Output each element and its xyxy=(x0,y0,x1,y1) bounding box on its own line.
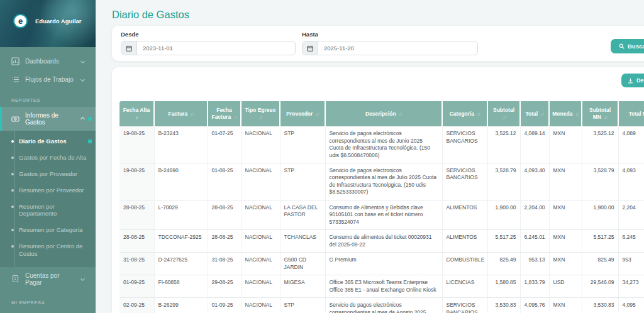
submenu-item-label: Resumen por Centro de Costos xyxy=(19,243,87,258)
column-label: Total xyxy=(525,111,538,117)
sort-icon: ↓↑ xyxy=(316,112,319,116)
cell-categoria: COMBUSTIBLE xyxy=(442,253,487,275)
page-title: Diario de Gastos xyxy=(112,9,189,21)
sidebar-header: e Eduardo Aguilar xyxy=(0,0,96,47)
cell-subtotal: 3,528.79 xyxy=(487,163,520,200)
cell-fecha_factura: 01-07-25 xyxy=(208,126,241,163)
sort-icon: ↓↑ xyxy=(503,115,506,119)
cell-factura: B-26299 xyxy=(154,298,208,313)
submenu-item-5[interactable]: Resumen por Categoría xyxy=(0,222,96,238)
column-header-factura[interactable]: Factura ↓↑ xyxy=(154,101,208,126)
cell-total_mn: 6,245 xyxy=(618,230,644,253)
submenu-item-4[interactable]: Resumen por Departamento xyxy=(0,199,96,222)
desde-date-input[interactable] xyxy=(137,41,295,55)
sidebar-item-informes-de-gastos[interactable]: Informes de Gastos xyxy=(0,107,96,131)
table-row: 28-08-25TDCCONAF-292528-08-25NACIONALTCH… xyxy=(119,230,644,253)
cell-categoria: ALIMENTOS xyxy=(442,230,487,253)
calendar-icon[interactable] xyxy=(121,41,137,55)
cell-tipo_egreso: NACIONAL xyxy=(241,298,280,313)
sort-icon: ↓↑ xyxy=(399,112,402,116)
submenu-item-3[interactable]: Resumen por Proveedor xyxy=(0,182,96,199)
calendar-icon[interactable] xyxy=(303,41,318,55)
sort-icon: ↓↑ xyxy=(604,115,607,119)
cell-moneda: MXN xyxy=(549,200,582,229)
cell-moneda: MXN xyxy=(549,126,582,163)
table-row: 19-08-25B-2469001-08-25NACIONALSTPServic… xyxy=(119,163,644,200)
buscar-button[interactable]: Buscar xyxy=(611,39,644,53)
cell-total_mn: 34,273 xyxy=(618,275,644,298)
column-header-subtotal_mn[interactable]: Subtotal MN ↓↑ xyxy=(582,101,618,126)
cell-tipo_egreso: NACIONAL xyxy=(241,253,280,275)
submenu-item-1[interactable]: Gastos por Fecha de Alta xyxy=(0,150,96,166)
cell-descripcion: Office 365 E3 Microsoft Teams Enterprise… xyxy=(325,275,442,298)
cell-descripcion: Servicio de pagos electronicos correspon… xyxy=(325,163,442,200)
submenu-item-label: Resumen por Categoría xyxy=(19,226,82,234)
column-label: Moneda xyxy=(552,111,572,117)
cell-fecha_factura: 28-08-25 xyxy=(208,230,241,253)
cell-total_mn: 2,204 xyxy=(618,200,644,229)
submenu-item-2[interactable]: Gastos por Proveedor xyxy=(0,166,96,182)
cell-fecha_factura: 31-08-25 xyxy=(208,253,241,275)
hasta-label: Hasta xyxy=(302,31,478,38)
cell-subtotal: 3,530.83 xyxy=(487,298,520,313)
section-label-mi-empresa: MI EMPRESA xyxy=(0,291,96,309)
search-icon xyxy=(619,43,625,49)
cell-total: 6,245.01 xyxy=(520,230,549,253)
column-header-fecha_alta[interactable]: Fecha Alta ↓↑ xyxy=(119,101,154,126)
submenu-item-0[interactable]: Diario de Gastos xyxy=(0,133,96,150)
chevron-down-icon xyxy=(80,277,85,281)
cell-categoria: SERVICIOS BANCARIOS xyxy=(442,298,487,313)
sort-icon: ↓↑ xyxy=(234,115,237,119)
avatar[interactable]: e xyxy=(13,14,28,28)
cell-total: 2,204.00 xyxy=(520,200,549,229)
column-label: Categoría xyxy=(450,111,474,117)
column-header-subtotal[interactable]: Subtotal ↓↑ xyxy=(487,101,520,126)
user-name: Eduardo Aguilar xyxy=(35,18,82,25)
column-header-proveedor[interactable]: Proveedor ↓↑ xyxy=(280,101,325,126)
column-header-fecha_factura[interactable]: Fecha Factura ↓↑ xyxy=(208,101,241,126)
cell-fecha_factura: 29-08-25 xyxy=(208,275,241,298)
sort-icon: ↓↑ xyxy=(191,112,194,116)
cell-fecha_factura: 28-08-25 xyxy=(208,200,241,229)
cell-descripcion: Consumo de Alimentos y Bebidas clave 901… xyxy=(325,200,442,229)
submenu-item-6[interactable]: Resumen por Centro de Costos xyxy=(0,238,96,262)
cell-fecha_alta: 31-08-25 xyxy=(119,253,154,275)
sidebar-item-catalogos[interactable]: Catálogos xyxy=(0,309,96,313)
cell-subtotal: 1,900.00 xyxy=(487,200,520,229)
cell-total: 1,833.79 xyxy=(520,275,549,298)
chevron-down-icon xyxy=(80,59,85,63)
informes-submenu: Diario de GastosGastos por Fecha de Alta… xyxy=(0,131,96,267)
bullet-icon xyxy=(11,189,14,192)
cell-total: 4,093.40 xyxy=(520,163,549,200)
table-row: 01-09-25FI-6085829-08-25NACIONALMIGESAOf… xyxy=(119,275,644,298)
table-card: Descargar CSV Fecha Alta ↓↑Factura ↓↑Fec… xyxy=(112,67,644,313)
column-header-total[interactable]: Total ↓↑ xyxy=(520,101,549,126)
sidebar-item-dashboards[interactable]: Dashboards xyxy=(0,52,96,70)
table-row: 31-08-25D-2472762531-08-25NACIONALG500 C… xyxy=(119,253,644,275)
descargar-button[interactable]: Descargar CSV xyxy=(621,74,644,87)
column-header-total_mn[interactable]: Total MN ↓↑ xyxy=(618,101,644,126)
column-header-categoria[interactable]: Categoría ↓↑ xyxy=(442,101,487,126)
cell-descripcion: Consumo de alimentos del ticket 00020931… xyxy=(325,230,442,253)
cell-fecha_factura: 01-08-25 xyxy=(208,163,241,200)
sidebar-item-flujos[interactable]: Flujos de Trabajo xyxy=(0,70,96,89)
cell-factura: TDCCONAF-2925 xyxy=(154,230,208,253)
column-header-descripcion[interactable]: Descripción ↓↑ xyxy=(325,101,442,126)
sort-icon: ↓↑ xyxy=(136,115,139,119)
main-content: Diario de Gastos Desde Hasta xyxy=(96,0,644,313)
submenu-item-label: Gastos por Proveedor xyxy=(19,170,77,178)
cell-categoria: ALIMENTOS xyxy=(442,200,487,229)
sidebar-item-cuentas-por-pagar[interactable]: Cuentas por Pagar xyxy=(0,267,96,291)
cell-total_mn: 4,093 xyxy=(618,163,644,200)
hasta-date-input[interactable] xyxy=(318,41,477,55)
cell-total: 4,089.14 xyxy=(520,126,549,163)
cell-tipo_egreso: NACIONAL xyxy=(241,200,280,229)
chevron-up-icon xyxy=(80,116,85,121)
column-header-moneda[interactable]: Moneda ↓↑ xyxy=(549,101,582,126)
cell-descripcion: Servicio de pagos electrónicos correspon… xyxy=(325,298,442,313)
desde-label: Desde xyxy=(121,31,296,38)
cell-fecha_alta: 02-09-25 xyxy=(119,298,154,313)
column-header-tipo_egreso[interactable]: Tipo Egreso ↓↑ xyxy=(241,101,280,126)
column-label: Descripción xyxy=(365,111,396,117)
cell-proveedor: G500 CD JARDIN xyxy=(280,253,325,275)
